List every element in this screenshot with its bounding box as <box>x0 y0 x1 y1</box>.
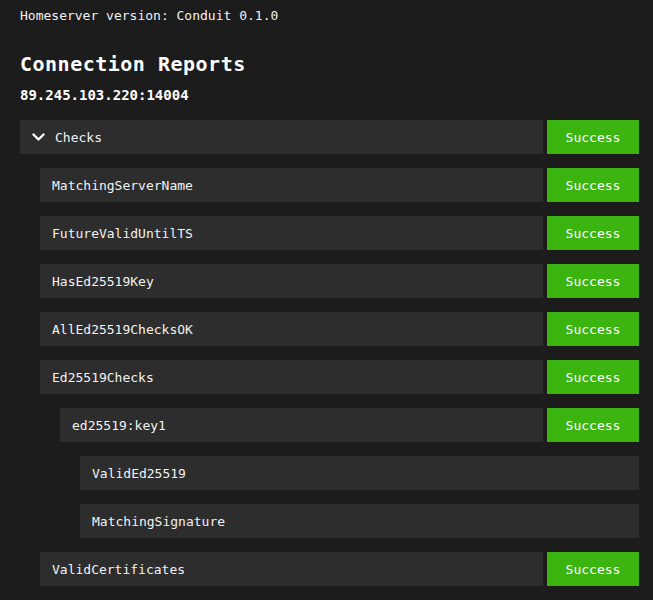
report-row-label: MatchingSignature <box>92 514 225 529</box>
homeserver-version-text: Homeserver version: Conduit 0.1.0 <box>20 8 639 23</box>
report-row-label: ValidCertificates <box>52 562 185 577</box>
report-row-label-box: FutureValidUntilTS <box>40 216 543 250</box>
page-title: Connection Reports <box>20 53 639 76</box>
status-badge: Success <box>547 168 639 202</box>
report-row-label: Checks <box>55 130 102 145</box>
report-row-label-box: ValidEd25519 <box>80 456 639 490</box>
report-row-label-box: ed25519:key1 <box>60 408 543 442</box>
report-row-toggle[interactable]: Checks <box>20 120 543 154</box>
report-row-label-box: HasEd25519Key <box>40 264 543 298</box>
report-row: MatchingSignature <box>80 504 639 538</box>
report-row-label-box: MatchingServerName <box>40 168 543 202</box>
status-badge: Success <box>547 552 639 586</box>
report-row-label: AllEd25519ChecksOK <box>52 322 193 337</box>
status-badge: Success <box>547 216 639 250</box>
server-address: 89.245.103.220:14004 <box>20 87 639 103</box>
status-badge: Success <box>547 120 639 154</box>
report-row-label: FutureValidUntilTS <box>52 226 193 241</box>
report-row: MatchingServerNameSuccess <box>40 168 639 202</box>
report-row-label-box: MatchingSignature <box>80 504 639 538</box>
status-badge: Success <box>547 408 639 442</box>
report-row: ed25519:key1Success <box>60 408 639 442</box>
report-row-label: ed25519:key1 <box>72 418 166 433</box>
report-row-label: MatchingServerName <box>52 178 193 193</box>
report-row-label: Ed25519Checks <box>52 370 154 385</box>
report-row: FutureValidUntilTSSuccess <box>40 216 639 250</box>
connection-report-page: Homeserver version: Conduit 0.1.0 Connec… <box>0 0 653 600</box>
report-row-label: ValidEd25519 <box>92 466 186 481</box>
report-row: ChecksSuccess <box>20 120 639 154</box>
chevron-down-icon <box>32 133 45 142</box>
reports-list: ChecksSuccessMatchingServerNameSuccessFu… <box>20 120 639 586</box>
status-badge: Success <box>547 360 639 394</box>
report-row: Ed25519ChecksSuccess <box>40 360 639 394</box>
report-row-label-box: ValidCertificates <box>40 552 543 586</box>
report-row: ValidEd25519 <box>80 456 639 490</box>
report-row: HasEd25519KeySuccess <box>40 264 639 298</box>
report-row: ValidCertificatesSuccess <box>40 552 639 586</box>
status-badge: Success <box>547 264 639 298</box>
report-row-label-box: AllEd25519ChecksOK <box>40 312 543 346</box>
report-row-label-box: Ed25519Checks <box>40 360 543 394</box>
status-badge: Success <box>547 312 639 346</box>
report-row-label: HasEd25519Key <box>52 274 154 289</box>
report-row: AllEd25519ChecksOKSuccess <box>40 312 639 346</box>
